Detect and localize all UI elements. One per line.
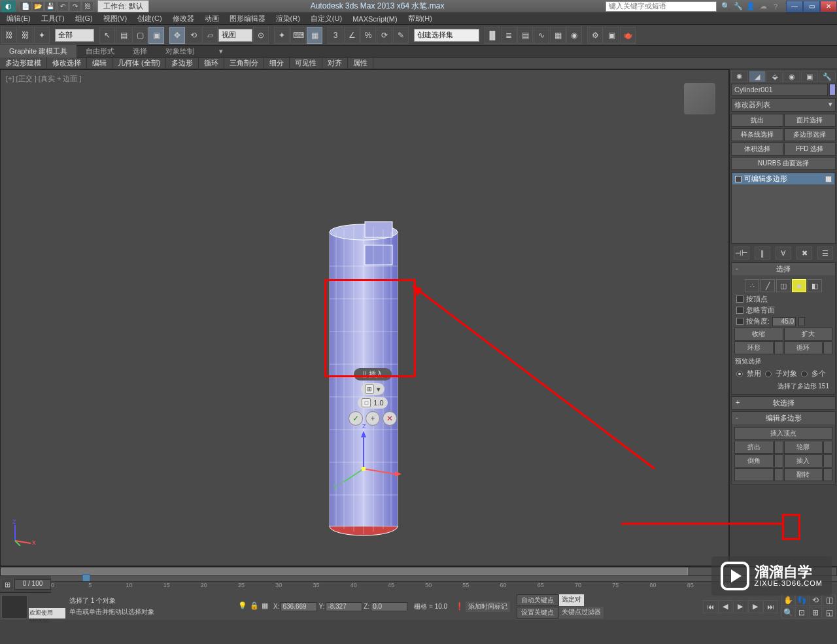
exclamation-icon[interactable]: ❗: [455, 602, 464, 611]
edit-named-icon[interactable]: ✎: [393, 27, 409, 44]
help-icon[interactable]: ?: [770, 1, 781, 12]
rollout-header-softsel[interactable]: 软选择: [732, 397, 835, 409]
percent-snap-icon[interactable]: %: [360, 27, 376, 44]
manipulate-icon[interactable]: ✦: [274, 27, 290, 44]
goto-end-icon[interactable]: ⏭: [763, 600, 777, 613]
nav-walk-icon[interactable]: 👣: [795, 594, 808, 606]
close-button[interactable]: ✕: [820, 1, 837, 12]
selection-filter[interactable]: 全部: [55, 29, 94, 42]
link-icon[interactable]: ⛓: [1, 27, 17, 44]
redo-icon[interactable]: ↷: [69, 1, 81, 12]
material-icon[interactable]: ◉: [566, 27, 582, 44]
caddy-type-row[interactable]: ⊞▾: [361, 383, 384, 395]
snap3-icon[interactable]: 3: [328, 27, 343, 44]
object-color-swatch[interactable]: [829, 84, 836, 95]
save-icon[interactable]: 💾: [44, 1, 56, 12]
menu-animation[interactable]: 动画: [199, 12, 224, 25]
goto-start-icon[interactable]: ⏮: [703, 600, 717, 613]
coord-z[interactable]: [371, 602, 407, 611]
outline-settings[interactable]: [823, 441, 832, 454]
inset-settings[interactable]: [823, 454, 832, 467]
remove-mod-icon[interactable]: ✖: [796, 246, 812, 260]
vertex-mode-icon[interactable]: ∴: [745, 279, 759, 292]
help-search[interactable]: [606, 1, 717, 12]
search-input[interactable]: [606, 2, 716, 10]
render-frame-icon[interactable]: ▣: [604, 27, 619, 44]
rotate-icon[interactable]: ⟲: [186, 27, 201, 44]
lock-icon[interactable]: 💡: [238, 602, 248, 612]
mod-btn-patch[interactable]: 面片选择: [784, 114, 836, 127]
open-icon[interactable]: 📂: [32, 1, 44, 12]
create-tab-icon[interactable]: ✺: [731, 71, 748, 82]
workspace-dropdown[interactable]: 工作台: 默认: [97, 0, 149, 12]
select-name-icon[interactable]: ▤: [116, 27, 131, 44]
border-mode-icon[interactable]: ◫: [776, 279, 791, 292]
configure-icon[interactable]: ☰: [817, 246, 833, 260]
show-result-icon[interactable]: ‖: [755, 246, 770, 260]
curve-editor-icon[interactable]: ∿: [534, 27, 549, 44]
tab-freeform[interactable]: 自由形式: [77, 45, 124, 58]
radio-disable[interactable]: [736, 371, 743, 377]
keyfilter-button[interactable]: 关键点过滤器: [559, 607, 604, 619]
mod-btn-extrude[interactable]: 抗出: [731, 114, 783, 127]
ref-coord-dropdown[interactable]: 视图: [218, 29, 252, 42]
caddy-value[interactable]: 1.0: [373, 399, 383, 407]
render-setup-icon[interactable]: ⚙: [587, 27, 603, 44]
time-slider-value[interactable]: 0 / 100: [14, 579, 51, 590]
scale-icon[interactable]: ▱: [202, 27, 218, 44]
caddy-title[interactable]: ‖ 插入: [354, 368, 392, 381]
nav-zoomext-icon[interactable]: ⊞: [809, 607, 822, 619]
link-icon[interactable]: ⛓: [82, 1, 94, 12]
ring-button[interactable]: 环形: [734, 341, 774, 354]
nav-zoom-icon[interactable]: 🔍: [781, 607, 794, 619]
caddy-cancel-button[interactable]: ✕: [383, 411, 397, 426]
element-mode-icon[interactable]: ◧: [808, 279, 822, 292]
time-tag-button[interactable]: 添加时间标记: [466, 602, 510, 612]
radio-multi[interactable]: [801, 371, 808, 377]
unlink-icon[interactable]: ⛓̷: [18, 27, 33, 44]
tab-graphite[interactable]: Graphite 建模工具: [0, 45, 77, 58]
rollout-header-editpoly[interactable]: 编辑多边形: [732, 412, 835, 424]
chk-by-angle[interactable]: [736, 318, 743, 325]
menu-group[interactable]: 组(G): [70, 12, 98, 25]
selkey-dropdown[interactable]: 选定对: [559, 594, 584, 606]
object-name-input[interactable]: [731, 84, 828, 95]
tab-paint[interactable]: 对象绘制: [156, 45, 203, 58]
menu-customize[interactable]: 自定义(U): [305, 12, 347, 25]
utilities-tab-icon[interactable]: 🔧: [819, 71, 836, 82]
sub-edit[interactable]: 编辑: [87, 57, 112, 69]
stack-editable-poly[interactable]: 可编辑多边形: [732, 173, 834, 184]
unique-icon[interactable]: ∀: [776, 246, 791, 260]
timeline-config-icon[interactable]: ⊞: [1, 579, 14, 590]
sub-geom[interactable]: 几何体 (全部): [112, 57, 166, 69]
isolate-icon[interactable]: ▦: [262, 602, 272, 612]
mod-btn-nurbs[interactable]: NURBS 曲面选择: [731, 157, 836, 170]
lock-selection-icon[interactable]: 🔒: [250, 602, 260, 612]
shrink-button[interactable]: 收缩: [734, 328, 783, 341]
menu-edit[interactable]: 编辑(E): [1, 12, 36, 25]
modifier-list-dropdown[interactable]: 修改器列表▾: [731, 98, 836, 112]
loop-button[interactable]: 循环: [784, 341, 823, 354]
caddy-ok-button[interactable]: ✓: [349, 411, 363, 426]
nav-max-icon[interactable]: ◱: [823, 607, 836, 619]
motion-tab-icon[interactable]: ◉: [783, 71, 800, 82]
outline-button[interactable]: 轮廓: [784, 441, 823, 454]
mod-btn-vol[interactable]: 体积选择: [731, 143, 783, 156]
mod-btn-ffd[interactable]: FFD 选择: [784, 143, 836, 156]
nav-fov-icon[interactable]: ◫: [823, 594, 836, 606]
viewport[interactable]: [+] [正交 ] [真实 + 边面 ]: [0, 69, 729, 566]
render-icon[interactable]: 🫖: [620, 27, 636, 44]
schematic-icon[interactable]: ▦: [550, 27, 566, 44]
polygon-mode-icon[interactable]: ■: [792, 279, 806, 292]
new-icon[interactable]: 📄: [20, 1, 31, 12]
viewport-label[interactable]: [+] [正交 ] [真实 + 边面 ]: [6, 74, 82, 84]
sub-vis[interactable]: 可见性: [290, 57, 322, 69]
sub-props[interactable]: 属性: [348, 57, 373, 69]
extrude-settings[interactable]: [774, 441, 783, 454]
viewcube[interactable]: [684, 83, 715, 114]
grow-button[interactable]: 扩大: [784, 328, 833, 341]
menu-render[interactable]: 渲染(R): [271, 12, 305, 25]
sub-poly[interactable]: 多边形: [166, 57, 199, 69]
coord-y[interactable]: [326, 602, 362, 611]
angle-spinner[interactable]: 45.0: [772, 317, 796, 326]
